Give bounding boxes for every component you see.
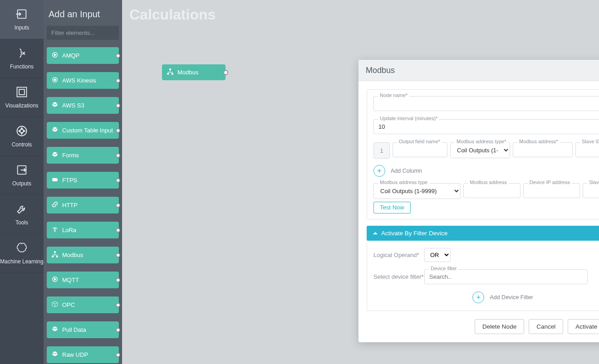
add-column-button[interactable]: + <box>373 165 385 177</box>
chip-output-port[interactable] <box>116 278 120 282</box>
chip-label: OPC <box>62 301 75 308</box>
test-slave-id-input[interactable] <box>583 183 599 198</box>
element-chip-lora[interactable]: LoRa <box>47 222 119 238</box>
nav-item-inputs[interactable]: Inputs <box>0 0 44 39</box>
node-name-input[interactable] <box>373 96 599 111</box>
svg-point-8 <box>54 230 55 231</box>
nav-item-machine-learning[interactable]: Machine Learning <box>0 234 44 273</box>
chip-label: FTPS <box>62 177 77 184</box>
element-chip-opc[interactable]: OPC <box>47 296 119 313</box>
svg-rect-2 <box>19 89 25 95</box>
chip-icon <box>51 51 62 60</box>
nav-item-controls[interactable]: Controls <box>0 117 44 156</box>
element-chip-aws-kinesis[interactable]: AWS Kinesis <box>47 72 119 89</box>
update-interval-input[interactable] <box>373 119 599 134</box>
row-index: 1 <box>373 142 390 159</box>
activate-by-filter-header[interactable]: Activate By Filter Device <box>367 226 599 241</box>
chip-output-port[interactable] <box>116 153 120 158</box>
svg-rect-10 <box>52 256 54 257</box>
chip-icon <box>51 350 62 359</box>
element-chip-amqp[interactable]: AMQP <box>47 47 119 64</box>
chip-icon <box>51 276 62 284</box>
address-type-label: Modbus address type* <box>455 139 508 144</box>
chip-output-port[interactable] <box>116 328 120 332</box>
element-chip-forms[interactable]: Forms <box>47 147 119 164</box>
activate-button[interactable]: Activate <box>568 319 599 334</box>
inputs-icon <box>15 8 28 24</box>
chip-output-port[interactable] <box>116 228 120 233</box>
chip-icon <box>51 201 62 209</box>
node-name-label: Node name* <box>378 92 409 98</box>
cancel-button[interactable]: Cancel <box>529 319 563 334</box>
activate-by-filter-body: Logical Operand* OR Select device filter… <box>367 241 599 311</box>
chip-output-port[interactable] <box>116 78 120 83</box>
filter-elements-input[interactable] <box>47 26 119 40</box>
test-now-button[interactable]: Test Now <box>373 202 411 214</box>
test-address-type-select[interactable]: Coil Outputs (1-9999) <box>373 183 461 199</box>
nav-label: Functions <box>10 63 34 70</box>
nav-item-outputs[interactable]: Outputs <box>0 156 44 195</box>
chip-label: HTTP <box>62 202 78 209</box>
canvas[interactable]: Calculations Modbus Modbus × Node name* … <box>122 0 599 364</box>
element-chip-aws-s3[interactable]: AWS S3 <box>47 97 119 114</box>
add-column-label: Add Column <box>391 168 422 174</box>
element-chip-pull-data[interactable]: Pull Data <box>47 321 119 338</box>
activate-by-filter-label: Activate By Filter Device <box>381 230 447 237</box>
svg-rect-14 <box>167 73 169 74</box>
machine-learning-icon <box>15 242 28 258</box>
element-chip-modbus[interactable]: Modbus <box>47 247 119 263</box>
svg-rect-13 <box>169 68 171 70</box>
chip-output-port[interactable] <box>116 53 120 58</box>
chip-output-port[interactable] <box>116 253 120 257</box>
element-chip-raw-udp[interactable]: Raw UDP <box>47 346 119 363</box>
slave-id-input[interactable] <box>575 142 599 157</box>
device-ip-label: Device IP address <box>528 180 572 185</box>
logical-operand-label: Logical Operand* <box>373 252 424 258</box>
chip-label: Forms <box>62 152 79 159</box>
modbus-config-modal: Modbus × Node name* Update interval (min… <box>358 60 599 342</box>
chip-output-port[interactable] <box>116 203 120 208</box>
chip-output-port[interactable] <box>116 128 120 133</box>
canvas-node-modbus[interactable]: Modbus <box>162 64 226 80</box>
output-field-name-input[interactable] <box>393 142 447 157</box>
node-output-port[interactable] <box>223 70 228 75</box>
sitemap-icon <box>167 68 177 77</box>
nav-rail: Inputs Functions Visualizations Controls… <box>0 0 44 364</box>
nav-item-functions[interactable]: Functions <box>0 39 44 78</box>
svg-rect-9 <box>54 251 56 252</box>
controls-icon <box>15 125 28 141</box>
element-chip-mqtt[interactable]: MQTT <box>47 272 119 288</box>
element-chip-custom-table-input[interactable]: Custom Table Input <box>47 122 119 139</box>
chip-label: Raw UDP <box>62 351 88 358</box>
test-modbus-address-input[interactable] <box>463 183 520 198</box>
chip-label: Custom Table Input <box>62 127 113 134</box>
functions-icon <box>15 47 28 63</box>
svg-rect-15 <box>172 73 173 74</box>
add-device-filter-button[interactable]: + <box>472 291 484 303</box>
chip-icon <box>51 226 62 234</box>
logical-operand-select[interactable]: OR <box>424 248 451 262</box>
modbus-address-label: Modbus address* <box>517 139 560 144</box>
device-filter-input[interactable] <box>424 269 588 284</box>
chip-label: MQTT <box>62 277 79 283</box>
chip-icon <box>51 101 62 110</box>
device-ip-input[interactable] <box>523 183 580 198</box>
test-row: Modbus address type Coil Outputs (1-9999… <box>373 183 599 199</box>
nav-item-tools[interactable]: Tools <box>0 195 44 234</box>
chip-output-port[interactable] <box>116 303 120 307</box>
chip-output-port[interactable] <box>116 178 120 183</box>
element-chip-http[interactable]: HTTP <box>47 197 119 214</box>
chip-output-port[interactable] <box>116 103 120 108</box>
element-chip-ftps[interactable]: FTPS <box>47 172 119 189</box>
chip-icon <box>51 325 62 334</box>
modbus-address-input[interactable] <box>513 142 573 157</box>
nav-label: Controls <box>12 141 32 148</box>
delete-node-button[interactable]: Delete Node <box>475 319 524 334</box>
nav-label: Inputs <box>15 24 29 31</box>
main-config-panel: Node name* Update interval (minutes)* 1 … <box>367 89 599 219</box>
chip-output-port[interactable] <box>116 353 120 357</box>
address-type-select[interactable]: Coil Outputs (1-9999) <box>450 142 510 158</box>
chip-icon <box>51 76 62 85</box>
modal-title: Modbus <box>366 66 395 75</box>
nav-item-visualizations[interactable]: Visualizations <box>0 78 44 117</box>
